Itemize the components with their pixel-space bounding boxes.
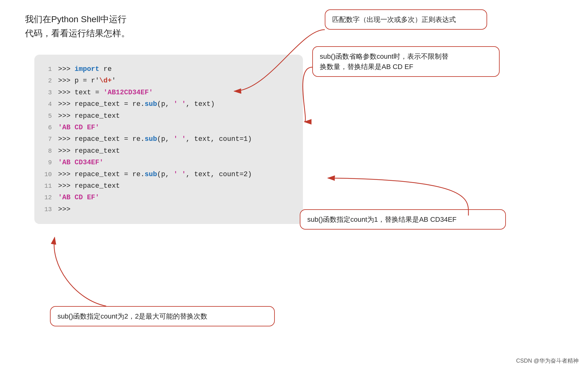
code-line-3: 3 >>> text = 'AB12CD34EF' — [41, 87, 292, 98]
code-content: >>> p = r'\d+' — [58, 75, 116, 87]
code-content: >>> repace_text = re.sub(p, ' ', text, c… — [58, 133, 252, 145]
line-num: 7 — [41, 134, 52, 145]
code-content: 'AB CD EF' — [58, 122, 99, 133]
line-num: 13 — [41, 204, 52, 215]
code-line-2: 2 >>> p = r'\d+' — [41, 75, 292, 87]
code-line-12: 12 'AB CD EF' — [41, 192, 292, 203]
code-content: >>> repace_text = re.sub(p, ' ', text) — [58, 98, 215, 110]
line-num: 2 — [41, 76, 52, 86]
annotation-regex-box: 匹配数字（出现一次或多次）正则表达式 — [325, 9, 487, 30]
code-block: 1 >>> import re 2 >>> p = r'\d+' 3 >>> t… — [34, 55, 303, 224]
code-content: 'AB CD34EF' — [58, 157, 103, 168]
line-num: 6 — [41, 122, 52, 133]
watermark: CSDN @华为奋斗者精神 — [516, 357, 579, 365]
annotation-count2-text: sub()函数指定count为2，2是最大可能的替换次数 — [57, 312, 207, 320]
code-line-10: 10 >>> repace_text = re.sub(p, ' ', text… — [41, 169, 292, 180]
line-num: 4 — [41, 99, 52, 110]
code-line-11: 11 >>> repace_text — [41, 180, 292, 192]
code-content: >>> — [58, 204, 71, 215]
code-line-6: 6 'AB CD EF' — [41, 122, 292, 133]
code-line-13: 13 >>> — [41, 204, 292, 215]
intro-text: 我们在Python Shell中运行 代码，看看运行结果怎样。 — [25, 12, 130, 41]
code-line-1: 1 >>> import re — [41, 63, 292, 75]
code-line-7: 7 >>> repace_text = re.sub(p, ' ', text,… — [41, 133, 292, 145]
annotation-count2-box: sub()函数指定count为2，2是最大可能的替换次数 — [50, 306, 275, 326]
code-line-9: 9 'AB CD34EF' — [41, 157, 292, 168]
annotation-regex-text: 匹配数字（出现一次或多次）正则表达式 — [332, 16, 456, 23]
code-line-5: 5 >>> repace_text — [41, 110, 292, 122]
line-num: 8 — [41, 146, 52, 156]
line-num: 3 — [41, 87, 52, 98]
annotation-sub-nocount-line2: 换数量，替换结果是AB CD EF — [320, 62, 492, 72]
line-num: 5 — [41, 111, 52, 122]
line-num: 11 — [41, 181, 52, 191]
code-line-4: 4 >>> repace_text = re.sub(p, ' ', text) — [41, 98, 292, 110]
line-num: 12 — [41, 192, 52, 203]
annotation-sub-nocount-box: sub()函数省略参数count时，表示不限制替 换数量，替换结果是AB CD … — [312, 46, 500, 77]
code-content: >>> repace_text — [58, 110, 120, 122]
line-num: 1 — [41, 64, 52, 75]
code-content: >>> repace_text = re.sub(p, ' ', text, c… — [58, 169, 252, 180]
code-content: 'AB CD EF' — [58, 192, 99, 203]
code-content: >>> text = 'AB12CD34EF' — [58, 87, 153, 98]
annotation-sub-nocount-line1: sub()函数省略参数count时，表示不限制替 — [320, 51, 492, 62]
line-num: 9 — [41, 157, 52, 168]
code-line-8: 8 >>> repace_text — [41, 145, 292, 157]
code-content: >>> repace_text — [58, 145, 120, 157]
watermark-text: CSDN @华为奋斗者精神 — [516, 358, 579, 364]
code-content: >>> import re — [58, 63, 112, 75]
annotation-count1-box: sub()函数指定count为1，替换结果是AB CD34EF — [300, 209, 506, 230]
code-content: >>> repace_text — [58, 180, 120, 192]
line-num: 10 — [41, 169, 52, 180]
annotation-count1-text: sub()函数指定count为1，替换结果是AB CD34EF — [307, 216, 457, 223]
